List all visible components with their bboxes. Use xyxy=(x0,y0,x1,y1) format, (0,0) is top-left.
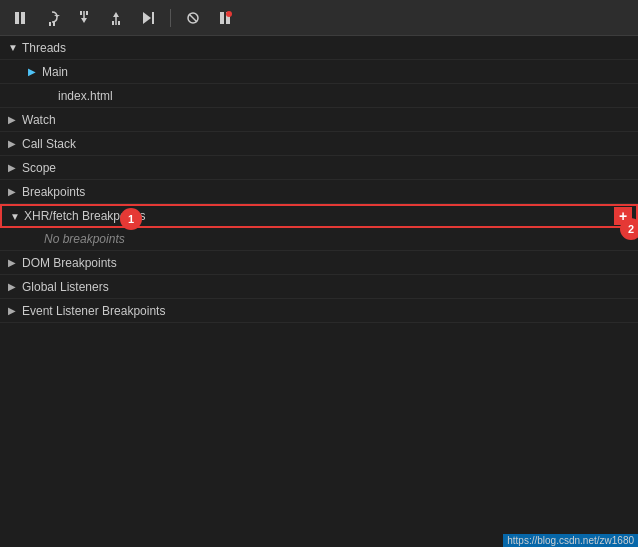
separator xyxy=(170,9,171,27)
svg-rect-3 xyxy=(49,22,51,26)
section-scope[interactable]: ▶ Scope xyxy=(0,156,638,180)
scope-label: Scope xyxy=(22,161,56,175)
watch-arrow: ▶ xyxy=(8,114,20,125)
svg-marker-2 xyxy=(54,15,60,17)
section-call-stack[interactable]: ▶ Call Stack xyxy=(0,132,638,156)
svg-marker-10 xyxy=(113,12,119,17)
breakpoints-arrow: ▶ xyxy=(8,186,20,197)
dom-label: DOM Breakpoints xyxy=(22,256,117,270)
svg-rect-1 xyxy=(21,12,25,24)
svg-line-16 xyxy=(189,14,197,22)
global-arrow: ▶ xyxy=(8,281,20,292)
svg-rect-0 xyxy=(15,12,19,24)
xhr-row-wrapper: ▼ XHR/fetch Breakpoints + 1 2 xyxy=(0,204,638,228)
continue-button[interactable] xyxy=(136,8,160,28)
event-arrow: ▶ xyxy=(8,305,20,316)
svg-marker-13 xyxy=(143,12,151,24)
step-out-button[interactable] xyxy=(104,8,128,28)
breakpoints-label: Breakpoints xyxy=(22,185,85,199)
callstack-arrow: ▶ xyxy=(8,138,20,149)
section-breakpoints[interactable]: ▶ Breakpoints xyxy=(0,180,638,204)
svg-rect-14 xyxy=(152,12,154,24)
pause-button[interactable] xyxy=(8,8,32,28)
watch-label: Watch xyxy=(22,113,56,127)
section-threads[interactable]: ▼ Threads xyxy=(0,36,638,60)
deactivate-button[interactable] xyxy=(181,8,205,28)
threads-label: Threads xyxy=(22,41,66,55)
event-label: Event Listener Breakpoints xyxy=(22,304,165,318)
badge-1: 1 xyxy=(120,208,142,230)
index-label: index.html xyxy=(58,89,113,103)
threads-arrow: ▼ xyxy=(8,42,20,53)
main-arrow: ▶ xyxy=(28,66,40,77)
step-into-button[interactable] xyxy=(72,8,96,28)
pause-exception-button[interactable] xyxy=(213,8,237,28)
section-xhr-fetch[interactable]: ▼ XHR/fetch Breakpoints + xyxy=(0,204,638,228)
section-event-listener[interactable]: ▶ Event Listener Breakpoints xyxy=(0,299,638,323)
step-over-button[interactable] xyxy=(40,8,64,28)
debug-toolbar xyxy=(0,0,638,36)
callstack-label: Call Stack xyxy=(22,137,76,151)
dom-arrow: ▶ xyxy=(8,257,20,268)
main-label: Main xyxy=(42,65,68,79)
section-dom-breakpoints[interactable]: ▶ DOM Breakpoints xyxy=(0,251,638,275)
debug-panel: ▼ Threads ▶ Main index.html ▶ Watch ▶ Ca… xyxy=(0,36,638,547)
url-bar: https://blog.csdn.net/zw1680 xyxy=(503,534,638,547)
svg-rect-4 xyxy=(53,22,55,26)
section-watch[interactable]: ▶ Watch xyxy=(0,108,638,132)
svg-rect-12 xyxy=(118,21,120,25)
svg-point-19 xyxy=(226,11,232,17)
xhr-arrow: ▼ xyxy=(10,211,22,222)
section-main[interactable]: ▶ Main xyxy=(0,60,638,84)
svg-rect-8 xyxy=(86,11,88,15)
section-index-html[interactable]: index.html xyxy=(0,84,638,108)
svg-rect-11 xyxy=(112,21,114,25)
scope-arrow: ▶ xyxy=(8,162,20,173)
badge-2: 2 xyxy=(620,218,638,240)
svg-rect-7 xyxy=(80,11,82,15)
global-label: Global Listeners xyxy=(22,280,109,294)
section-global-listeners[interactable]: ▶ Global Listeners xyxy=(0,275,638,299)
svg-marker-6 xyxy=(81,18,87,23)
svg-rect-17 xyxy=(220,12,224,24)
no-breakpoints-text: No breakpoints xyxy=(0,228,638,251)
